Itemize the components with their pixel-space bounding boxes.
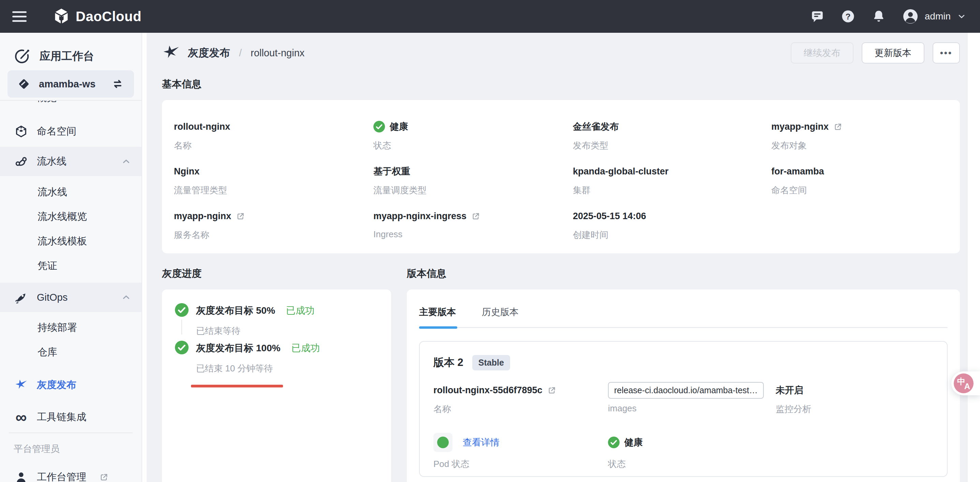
red-annotation-underline bbox=[191, 385, 283, 388]
sidebar-item-workbench-admin[interactable]: 工作台管理 bbox=[0, 465, 142, 482]
field-created-at: 2025-05-15 14:06 创建时间 bbox=[573, 209, 771, 241]
basic-info-title: 基本信息 bbox=[162, 78, 960, 91]
progress-card: 灰度发布目标 50% 已成功 已结束等待 bbox=[162, 289, 391, 482]
workspace-name: amamba-ws bbox=[39, 78, 95, 90]
pod-status-tile bbox=[433, 433, 452, 452]
field-pod-status: 查看详情 Pod 状态 bbox=[433, 433, 608, 470]
svg-text:?: ? bbox=[845, 12, 850, 21]
avatar-icon bbox=[902, 8, 919, 25]
tab-history-version[interactable]: 历史版本 bbox=[482, 305, 519, 319]
more-actions-button[interactable]: ••• bbox=[932, 42, 960, 64]
sidebar-item-repository[interactable]: 仓库 bbox=[0, 340, 142, 365]
chevron-down-icon bbox=[957, 11, 966, 21]
version-column: 版本信息 主要版本 历史版本 版本 2 Stable bbox=[407, 253, 960, 482]
sidebar-item-pipeline[interactable]: 流水线 bbox=[0, 180, 142, 204]
brand-logo[interactable]: DaoCloud bbox=[52, 8, 142, 25]
image-chip[interactable]: release-ci.daocloud.io/amamba-test… bbox=[608, 382, 764, 399]
field-status: 健康 状态 bbox=[373, 120, 573, 152]
infinity-icon: ∞ bbox=[14, 410, 29, 425]
field-monitor-analysis: 未开启 监控分析 bbox=[776, 383, 933, 415]
field-version-name: rollout-nginx-55d6f7895c 名称 bbox=[433, 383, 608, 415]
sidebar-item-continuous-deploy[interactable]: 持续部署 bbox=[0, 315, 142, 340]
menu-icon[interactable] bbox=[12, 11, 27, 22]
sidebar-item-canary-release[interactable]: 灰度发布 bbox=[0, 373, 142, 397]
pipeline-icon bbox=[14, 154, 29, 169]
version-detail-card: 版本 2 Stable rollout-nginx-55d6f7895c 名称 bbox=[419, 341, 948, 477]
chevron-up-icon bbox=[121, 156, 131, 167]
update-version-button[interactable]: 更新版本 bbox=[862, 42, 924, 64]
bird-icon bbox=[14, 378, 29, 393]
basic-info-card: rollout-nginx 名称 健康 状态 金丝雀发布 发布类型 bbox=[162, 100, 960, 253]
field-traffic-mgmt-type: Nginx 流量管理类型 bbox=[174, 164, 373, 196]
sidebar-item-toolchain[interactable]: ∞ 工具链集成 bbox=[0, 405, 142, 429]
chat-icon[interactable] bbox=[810, 9, 824, 24]
stable-badge: Stable bbox=[472, 355, 510, 370]
field-release-target: myapp-nginx 发布对象 bbox=[771, 120, 960, 152]
help-icon[interactable]: ? bbox=[841, 9, 855, 24]
pod-green-dot-icon bbox=[437, 437, 449, 448]
chevron-up-icon bbox=[121, 292, 131, 302]
step-status-badge: 已成功 bbox=[291, 342, 320, 355]
breadcrumb: 灰度发布 / rollout-nginx bbox=[162, 44, 304, 62]
field-version-status: 健康 状态 bbox=[608, 433, 776, 470]
external-link-icon bbox=[471, 212, 480, 221]
field-name: rollout-nginx 名称 bbox=[174, 120, 373, 152]
sidebar-group-gitops[interactable]: GitOps bbox=[0, 282, 142, 312]
translate-icon[interactable]: 中 A bbox=[954, 373, 974, 393]
divider bbox=[9, 433, 133, 433]
field-service-name: myapp-nginx 服务名称 bbox=[174, 209, 373, 241]
field-images: release-ci.daocloud.io/amamba-test… imag… bbox=[608, 383, 776, 415]
sidebar-group-pipeline[interactable]: 流水线 bbox=[0, 147, 142, 176]
sidebar-item-overview[interactable]: 概览 bbox=[0, 101, 142, 110]
sidebar-item-namespace[interactable]: 命名空间 bbox=[0, 119, 142, 144]
check-circle-icon bbox=[373, 121, 385, 132]
version-tabs: 主要版本 历史版本 bbox=[419, 305, 948, 319]
version-title: 版本信息 bbox=[407, 267, 960, 281]
check-circle-icon bbox=[175, 303, 189, 317]
main-scrollbar[interactable] bbox=[968, 33, 980, 482]
external-link-icon bbox=[834, 122, 843, 131]
check-circle-icon bbox=[608, 437, 620, 448]
breadcrumb-root[interactable]: 灰度发布 bbox=[188, 46, 230, 60]
sidebar-clip-region: 概览 bbox=[0, 101, 142, 110]
page-header: 灰度发布 / rollout-nginx 继续发布 更新版本 ••• bbox=[162, 42, 960, 64]
switch-workspace-icon[interactable] bbox=[111, 77, 124, 91]
tab-main-version[interactable]: 主要版本 bbox=[419, 305, 456, 319]
active-tab-indicator bbox=[419, 326, 457, 329]
bird-icon bbox=[162, 44, 180, 62]
user-menu[interactable]: admin bbox=[902, 8, 966, 25]
external-link-icon bbox=[547, 386, 557, 395]
topbar: DaoCloud ? bbox=[0, 0, 980, 33]
sidebar-scrollbar[interactable] bbox=[142, 33, 146, 482]
continue-release-button[interactable]: 继续发布 bbox=[791, 42, 853, 64]
sidebar-item-pipeline-template[interactable]: 流水线模板 bbox=[0, 229, 142, 254]
bell-icon[interactable] bbox=[872, 9, 886, 24]
step-status-badge: 已成功 bbox=[286, 304, 315, 317]
username: admin bbox=[925, 11, 951, 22]
breadcrumb-separator: / bbox=[239, 48, 242, 59]
sidebar-item-pipeline-overview[interactable]: 流水线概览 bbox=[0, 204, 142, 229]
breadcrumb-current: rollout-nginx bbox=[251, 48, 304, 59]
sidebar-item-credentials[interactable]: 凭证 bbox=[0, 254, 142, 278]
cube-logo-icon bbox=[52, 8, 70, 25]
version-card: 主要版本 历史版本 版本 2 Stable bbox=[407, 289, 960, 482]
step-connector bbox=[181, 319, 182, 335]
field-traffic-schedule-type: 基于权重 流量调度类型 bbox=[373, 164, 573, 196]
progress-column: 灰度进度 灰度发布目标 50% 已成功 bbox=[162, 253, 391, 482]
field-release-type: 金丝雀发布 发布类型 bbox=[573, 120, 771, 152]
external-link-icon bbox=[236, 212, 245, 221]
sidebar: 应用工作台 amamba-ws bbox=[0, 33, 146, 482]
brand-name: DaoCloud bbox=[76, 9, 142, 24]
platform-admin-label: 平台管理员 bbox=[14, 441, 142, 457]
workspace-selector[interactable]: amamba-ws bbox=[8, 70, 134, 97]
sidebar-app-title: 应用工作台 bbox=[14, 45, 142, 68]
progress-title: 灰度进度 bbox=[162, 267, 391, 281]
version-number: 版本 2 bbox=[433, 355, 463, 370]
external-link-icon bbox=[99, 472, 109, 482]
compose-icon bbox=[14, 48, 30, 64]
view-details-link[interactable]: 查看详情 bbox=[463, 436, 500, 448]
field-ingress: myapp-nginx-ingress Ingress bbox=[373, 209, 573, 241]
progress-step-1: 灰度发布目标 50% 已成功 已结束等待 bbox=[175, 303, 378, 337]
progress-step-2: 灰度发布目标 100% 已成功 已结束 10 分钟等待 bbox=[175, 341, 378, 375]
dots-icon bbox=[14, 101, 29, 105]
